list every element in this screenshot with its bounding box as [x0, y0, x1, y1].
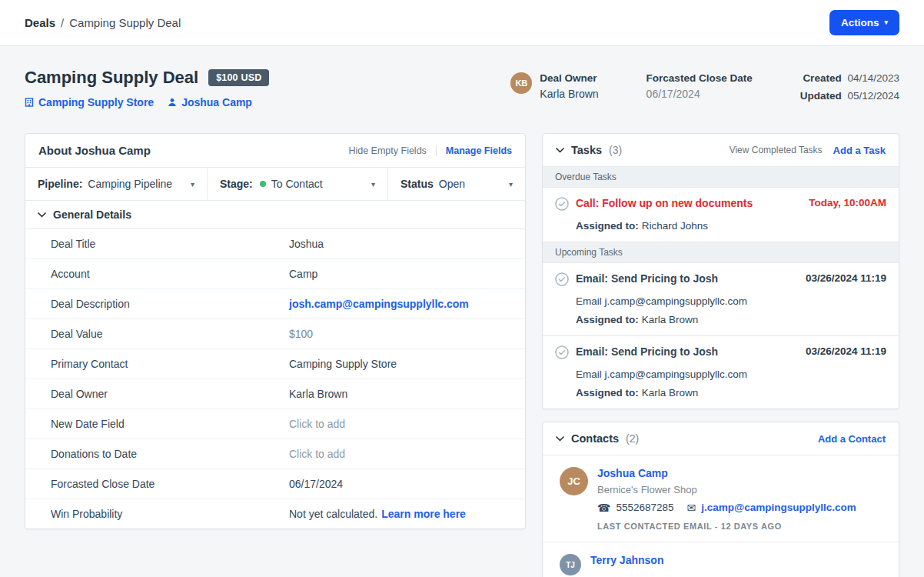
field-value[interactable]: $100	[289, 328, 513, 340]
field-value[interactable]: 06/17/2024	[289, 478, 513, 490]
created-value: 04/14/2023	[847, 72, 899, 84]
about-card: About Joshua Camp Hide Empty Fields Mana…	[25, 133, 526, 529]
actions-button-label: Actions	[841, 17, 879, 28]
breadcrumb-separator: /	[61, 16, 64, 29]
contact-name-link[interactable]: Joshua Camp	[597, 467, 886, 479]
upcoming-tasks-header: Upcoming Tasks	[543, 242, 899, 263]
chevron-down-icon	[38, 212, 46, 218]
add-contact-link[interactable]: Add a Contact	[818, 433, 886, 445]
general-details-section-toggle[interactable]: General Details	[25, 201, 525, 229]
caret-down-icon: ▾	[371, 180, 375, 188]
field-value-click-to-add[interactable]: Click to add	[289, 418, 513, 430]
field-list: Deal Title Joshua Account Camp Deal Desc…	[25, 229, 525, 529]
task-email-line: Email j.camp@campingsupplyllc.com	[576, 295, 886, 307]
add-task-link[interactable]: Add a Task	[833, 145, 886, 156]
stage-select[interactable]: Stage: To Contact ▾	[208, 168, 388, 200]
field-row-win-probability: Win Probability Not yet calculated.Learn…	[25, 499, 525, 529]
deal-header: Camping Supply Deal $100 USD Camping Sup…	[0, 46, 924, 108]
envelope-icon: ✉	[687, 502, 696, 513]
field-value-click-to-add[interactable]: Click to add	[289, 448, 513, 460]
page-title: Camping Supply Deal	[25, 68, 198, 88]
contact-item: TJ Terry Jahnson	[543, 542, 899, 577]
task-due-date: 03/26/2024 11:19	[806, 345, 886, 357]
chevron-down-icon[interactable]	[556, 436, 564, 442]
field-value[interactable]: Camping Supply Store	[289, 358, 513, 370]
check-circle-icon[interactable]	[555, 345, 569, 362]
tasks-card: Tasks (3) View Completed Tasks Add a Tas…	[542, 133, 899, 409]
field-value[interactable]: Joshua	[289, 238, 513, 250]
task-item-upcoming: Email: Send Pricing to Josh 03/26/2024 1…	[543, 336, 899, 409]
view-completed-tasks-link[interactable]: View Completed Tasks	[730, 145, 823, 155]
status-select[interactable]: Status Open ▾	[388, 168, 525, 200]
field-row-primary-contact: Primary Contact Camping Supply Store	[25, 349, 525, 379]
task-item-upcoming: Email: Send Pricing to Josh 03/26/2024 1…	[543, 263, 899, 336]
field-value-email-link[interactable]: josh.camp@campingsupplyllc.com	[289, 298, 513, 310]
deal-header-meta: KB Deal Owner Karla Brown Forcasted Clos…	[510, 68, 899, 102]
close-date-label: Forcasted Close Date	[646, 72, 753, 84]
assigned-to-label: Assigned to:	[576, 387, 639, 399]
company-association-link[interactable]: Camping Supply Store	[25, 96, 154, 108]
field-row-deal-title: Deal Title Joshua	[25, 229, 525, 259]
field-label: Deal Owner	[51, 388, 289, 400]
pipeline-select[interactable]: Pipeline: Camping Pipeline ▾	[25, 168, 208, 200]
field-value[interactable]: Karla Brown	[289, 388, 513, 400]
building-icon	[25, 98, 34, 107]
pipeline-value: Camping Pipeline	[88, 178, 172, 190]
assigned-to-value: Richard Johns	[642, 220, 708, 232]
field-row-forcasted-close-date: Forcasted Close Date 06/17/2024	[25, 469, 525, 499]
breadcrumb-deals-link[interactable]: Deals	[25, 16, 55, 29]
manage-fields-link[interactable]: Manage Fields	[446, 145, 512, 156]
contact-link-label: Joshua Camp	[181, 96, 252, 108]
status-value: Open	[439, 178, 465, 190]
field-value[interactable]: Camp	[289, 268, 513, 280]
contact-name-link[interactable]: Terry Jahnson	[590, 554, 886, 566]
hide-empty-fields-toggle[interactable]: Hide Empty Fields	[348, 145, 436, 156]
field-label: Account	[51, 268, 289, 280]
field-row-new-date-field: New Date Field Click to add	[25, 409, 525, 439]
field-label: Deal Title	[51, 238, 289, 250]
field-row-account: Account Camp	[25, 259, 525, 289]
field-label: Forcasted Close Date	[51, 478, 289, 490]
company-link-label: Camping Supply Store	[38, 96, 154, 108]
stage-label: Stage:	[220, 178, 253, 190]
task-title[interactable]: Call: Follow up on new documents	[576, 197, 802, 209]
breadcrumb-current: Camping Supply Deal	[69, 16, 181, 29]
deal-owner-value: Karla Brown	[540, 88, 598, 100]
assigned-to-value: Karla Brown	[642, 387, 699, 399]
contact-avatar: JC	[560, 467, 588, 495]
check-circle-icon[interactable]	[555, 272, 569, 288]
created-label: Created	[803, 72, 841, 84]
last-contacted-label: LAST CONTACTED EMAIL - 12 DAYS AGO	[597, 522, 886, 531]
contact-item: JC Joshua Camp Bernice's Flower Shop ☎ 5…	[543, 455, 899, 542]
field-label: Primary Contact	[51, 358, 289, 370]
contacts-count: (2)	[626, 432, 639, 445]
check-circle-icon[interactable]	[555, 197, 569, 213]
assigned-to-label: Assigned to:	[576, 220, 639, 232]
overdue-tasks-header: Overdue Tasks	[543, 167, 899, 188]
contact-email-link[interactable]: j.camp@campingsupplyllc.com	[701, 502, 856, 513]
learn-more-link[interactable]: Learn more here	[381, 508, 466, 520]
chevron-down-icon[interactable]	[556, 148, 564, 153]
tasks-count: (3)	[609, 144, 622, 156]
deal-header-left: Camping Supply Deal $100 USD Camping Sup…	[25, 68, 269, 108]
task-title[interactable]: Email: Send Pricing to Josh	[576, 345, 799, 358]
updated-label: Updated	[800, 90, 842, 102]
task-title[interactable]: Email: Send Pricing to Josh	[576, 272, 799, 285]
field-label: Deal Description	[51, 298, 289, 310]
win-probability-text: Not yet calculated.	[289, 508, 377, 520]
stage-value: To Contact	[271, 178, 323, 190]
stage-status-dot	[260, 181, 266, 187]
task-item-overdue: Call: Follow up on new documents Today, …	[543, 188, 899, 242]
deal-amount-badge: $100 USD	[208, 69, 269, 86]
contact-phone[interactable]: 5552687285	[616, 502, 673, 513]
contact-avatar: TJ	[560, 554, 581, 575]
task-due-date: Today, 10:00AM	[809, 197, 886, 208]
contact-company: Bernice's Flower Shop	[597, 484, 886, 495]
breadcrumb: Deals / Camping Supply Deal	[25, 16, 181, 29]
actions-button[interactable]: Actions ▾	[829, 10, 899, 35]
field-row-deal-value: Deal Value $100	[25, 319, 525, 349]
contact-association-link[interactable]: Joshua Camp	[168, 96, 252, 108]
caret-down-icon: ▾	[509, 180, 513, 188]
field-row-deal-owner: Deal Owner Karla Brown	[25, 379, 525, 409]
tasks-title: Tasks	[571, 144, 602, 156]
